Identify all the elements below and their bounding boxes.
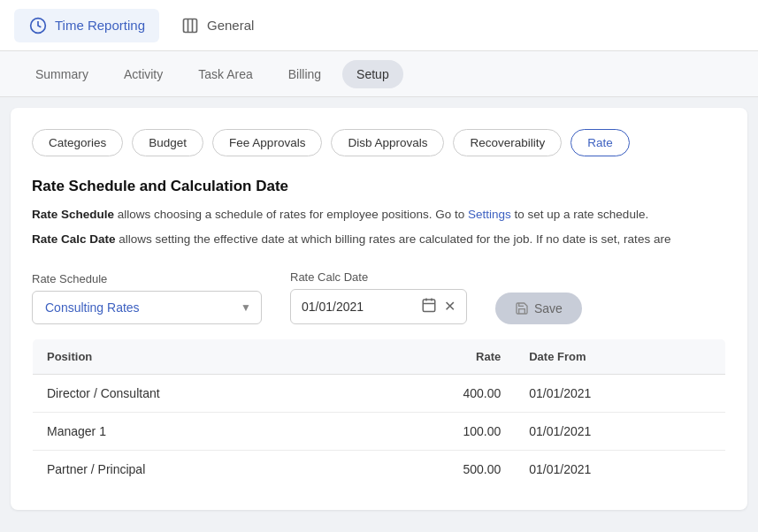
rate-calc-text: allows setting the effective date at whi… (116, 232, 671, 246)
svg-rect-4 (423, 300, 435, 312)
cell-rate: 400.00 (361, 374, 515, 412)
nav-tab-time-reporting-label: Time Reporting (55, 18, 145, 33)
pill-recoverability[interactable]: Recoverability (453, 129, 562, 156)
pill-rate[interactable]: Rate (570, 129, 630, 156)
sub-tab-billing[interactable]: Billing (274, 60, 335, 88)
form-row: Rate Schedule Consulting Rates Standard … (32, 270, 726, 324)
pill-disb-approvals[interactable]: Disb Approvals (331, 129, 444, 156)
pill-budget[interactable]: Budget (132, 129, 203, 156)
table-row: Manager 1 100.00 01/01/2021 (33, 412, 726, 450)
section-title: Rate Schedule and Calculation Date (32, 178, 726, 195)
rate-schedule-bold: Rate Schedule (32, 208, 114, 221)
sub-nav: Summary Activity Task Area Billing Setup (0, 51, 758, 97)
rate-table: Position Rate Date From Director / Consu… (32, 338, 726, 489)
table-row: Director / Consultant 400.00 01/01/2021 (33, 374, 726, 412)
cell-rate: 500.00 (361, 450, 515, 488)
sub-tab-task-area[interactable]: Task Area (184, 60, 266, 88)
date-input-wrapper: ✕ (290, 289, 467, 324)
cell-date-from: 01/01/2021 (515, 450, 725, 488)
rate-schedule-select[interactable]: Consulting Rates Standard Rates Premium … (32, 291, 262, 324)
clock-icon (28, 16, 48, 35)
cell-position: Partner / Principal (33, 450, 362, 488)
nav-tab-general-label: General (207, 18, 254, 33)
cell-rate: 100.00 (361, 412, 515, 450)
top-nav: Time Reporting General (0, 0, 758, 51)
cell-date-from: 01/01/2021 (515, 374, 725, 412)
rate-schedule-group: Rate Schedule Consulting Rates Standard … (32, 272, 262, 324)
clear-date-icon[interactable]: ✕ (444, 298, 456, 315)
cell-position: Director / Consultant (33, 374, 362, 412)
rate-calc-date-group: Rate Calc Date ✕ (290, 270, 467, 324)
rate-calc-bold: Rate Calc Date (32, 232, 116, 246)
rate-schedule-select-wrapper: Consulting Rates Standard Rates Premium … (32, 291, 262, 324)
nav-tab-general[interactable]: General (166, 9, 268, 42)
save-button[interactable]: Save (495, 293, 582, 324)
table-header-row: Position Rate Date From (33, 338, 726, 374)
building-icon (180, 16, 200, 35)
cell-date-from: 01/01/2021 (515, 412, 725, 450)
pill-categories[interactable]: Categories (32, 129, 123, 156)
pill-row: Categories Budget Fee Approvals Disb App… (32, 129, 726, 156)
main-content: Categories Budget Fee Approvals Disb App… (11, 108, 747, 510)
rate-schedule-label: Rate Schedule (32, 272, 262, 285)
calendar-icon[interactable] (421, 297, 437, 316)
rate-schedule-description: Rate Schedule allows choosing a schedule… (32, 206, 726, 224)
col-header-date-from: Date From (515, 338, 725, 374)
rate-calc-description: Rate Calc Date allows setting the effect… (32, 231, 726, 248)
rate-schedule-suffix: to set up a rate schedule. (511, 208, 648, 221)
rate-calc-date-input[interactable] (302, 300, 414, 314)
cell-position: Manager 1 (33, 412, 362, 450)
nav-tab-time-reporting[interactable]: Time Reporting (14, 9, 159, 42)
save-label: Save (534, 301, 563, 315)
sub-tab-activity[interactable]: Activity (110, 60, 177, 88)
table-row: Partner / Principal 500.00 01/01/2021 (33, 450, 726, 488)
svg-rect-1 (183, 19, 196, 32)
pill-fee-approvals[interactable]: Fee Approvals (212, 129, 322, 156)
sub-tab-setup[interactable]: Setup (342, 60, 403, 88)
sub-tab-summary[interactable]: Summary (21, 60, 103, 88)
rate-calc-date-label: Rate Calc Date (290, 270, 467, 284)
col-header-position: Position (33, 338, 362, 374)
col-header-rate: Rate (361, 338, 515, 374)
settings-link[interactable]: Settings (468, 208, 511, 221)
rate-schedule-text: allows choosing a schedule of rates for … (114, 208, 468, 221)
